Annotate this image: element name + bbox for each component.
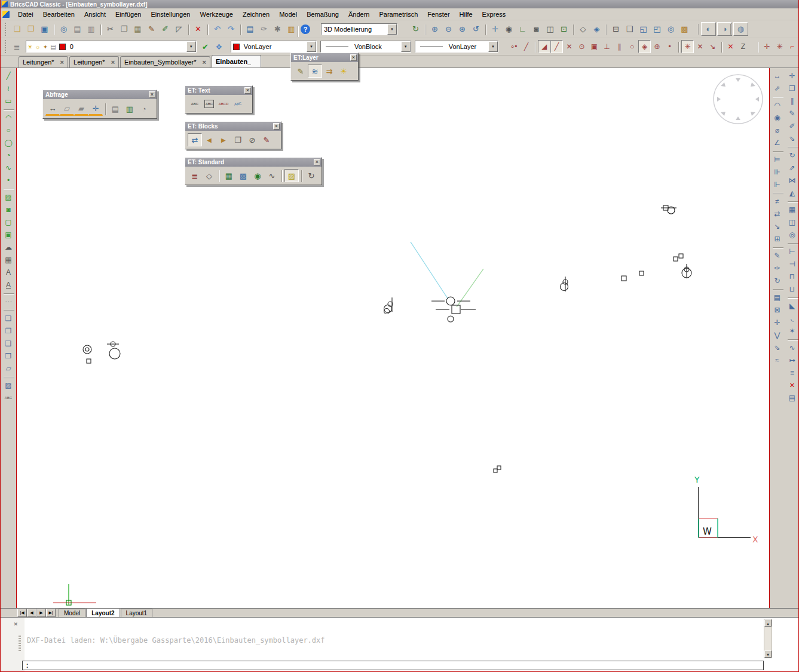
explode-text-icon[interactable]: ABCD xyxy=(216,97,231,111)
array-icon[interactable]: ▦ xyxy=(786,203,799,216)
new-file-icon[interactable]: ❏ xyxy=(10,23,24,36)
menu-item[interactable]: Einfügen xyxy=(111,10,146,19)
esnap-tangent-icon[interactable]: ○ xyxy=(626,40,638,53)
save-icon[interactable]: ▣ xyxy=(38,23,51,36)
block-replace-icon[interactable]: ⇄ xyxy=(188,133,202,146)
command-scrollbar[interactable]: ▲ ▼ xyxy=(764,619,772,658)
brush-icon[interactable]: ✎ xyxy=(786,107,799,119)
paper-model-icon[interactable]: ◰ xyxy=(650,23,664,36)
web-publish-icon[interactable]: ◉ xyxy=(250,169,265,182)
fillet-icon[interactable]: ◟ xyxy=(786,312,799,324)
dim-style-icon[interactable]: ▤ xyxy=(771,291,784,303)
boundary-icon[interactable]: ▢ xyxy=(2,216,15,228)
rotate-icon[interactable]: ↻ xyxy=(786,149,799,161)
blocks-panel-icon[interactable]: ▩ xyxy=(678,23,691,36)
move-icon[interactable]: ✛ xyxy=(786,69,799,82)
esnap-apparent-icon[interactable]: ✕ xyxy=(694,40,706,53)
zoom-in-icon[interactable]: ⊕ xyxy=(428,23,442,36)
spline-icon[interactable]: ∿ xyxy=(2,161,15,174)
palette-titlebar[interactable]: ET:Layer × xyxy=(291,53,358,62)
visual-style-icon[interactable]: ◈ xyxy=(590,23,604,36)
dim-edit-icon[interactable]: ✎ xyxy=(771,249,784,262)
tab-close-icon[interactable]: × xyxy=(111,59,115,66)
draworder-under-icon[interactable]: ❒ xyxy=(2,349,15,362)
draworder-back-icon[interactable]: ❐ xyxy=(2,324,15,337)
tab-close-icon[interactable]: × xyxy=(203,59,206,66)
esnap-from-icon[interactable]: ╱ xyxy=(520,40,532,53)
rectangle-icon[interactable]: ▭ xyxy=(2,94,15,107)
document-tab[interactable]: Einbauten_Symbollayer* × xyxy=(120,56,210,67)
realtime-view-icon[interactable]: ◉ xyxy=(502,23,516,36)
chamfer-icon[interactable]: ◣ xyxy=(786,299,799,312)
copy-nested-icon[interactable]: ❐ xyxy=(231,133,245,146)
layer-panel-icon[interactable]: ≣ xyxy=(10,40,24,53)
settings-icon[interactable]: ✱ xyxy=(271,23,284,36)
hatch-background-icon[interactable]: ▨ xyxy=(2,379,15,391)
next-layout-button[interactable]: ▶ xyxy=(36,609,46,617)
id-coordinates-icon[interactable]: ✛ xyxy=(88,102,103,116)
chevron-down-icon[interactable]: ▼ xyxy=(186,41,196,52)
shade-2d-icon[interactable]: ◐ xyxy=(701,22,716,36)
symbol-fitting-center[interactable] xyxy=(431,297,476,322)
copy-icon[interactable]: ❐ xyxy=(117,23,131,36)
menu-item[interactable]: Zeichnen xyxy=(238,10,274,19)
first-layout-button[interactable]: |◀ xyxy=(17,609,27,617)
command-input[interactable] xyxy=(23,661,763,670)
point-icon[interactable]: • xyxy=(2,174,15,186)
tolerance-icon[interactable]: ⊞ xyxy=(771,232,784,245)
linetype-select[interactable]: VonBlock ▼ xyxy=(320,41,411,53)
menu-item[interactable]: Express xyxy=(477,10,511,19)
layer-state-icon[interactable]: ✔ xyxy=(198,40,212,53)
scale-icon[interactable]: ⇗ xyxy=(786,161,799,174)
window-tile-icon[interactable]: ⊟ xyxy=(609,23,623,36)
symbol-cluster-left[interactable] xyxy=(83,342,120,363)
flatten-icon[interactable]: ▨ xyxy=(284,169,299,182)
dim-ordinate-icon[interactable]: ⊩ xyxy=(771,178,784,191)
menu-item[interactable]: Werkzeuge xyxy=(195,10,237,19)
layer-match-icon[interactable]: ⇉ xyxy=(322,65,336,78)
esnap-perpendicular-icon[interactable]: ⊥ xyxy=(601,40,613,53)
menu-item[interactable]: Einstellungen xyxy=(146,10,195,19)
document-tab[interactable]: Leitungen* × xyxy=(19,56,68,67)
esnap-endpoint-icon[interactable]: ◢ xyxy=(538,40,550,53)
zoom-previous-icon[interactable]: ↺ xyxy=(469,23,483,36)
dim-update-icon[interactable]: ↻ xyxy=(771,274,784,287)
drawing-canvas-area[interactable]: Y X W xyxy=(17,68,769,608)
menu-item[interactable]: Fenster xyxy=(423,10,454,19)
layout-tab[interactable]: Model xyxy=(59,609,85,617)
palette-titlebar[interactable]: ET: Blocks × xyxy=(185,122,281,131)
palette-titlebar[interactable]: ET: Text × xyxy=(185,86,252,95)
dim-qleader-icon[interactable]: ⇘ xyxy=(771,341,784,354)
menu-item[interactable]: Hilfe xyxy=(455,10,477,19)
lengthen-icon[interactable]: ↦ xyxy=(786,354,799,366)
time-icon[interactable]: ◔ xyxy=(137,102,151,115)
offset-icon[interactable]: ∥ xyxy=(786,94,799,107)
tab-close-icon[interactable]: × xyxy=(60,59,64,66)
area-icon[interactable]: ▱ xyxy=(60,102,74,116)
symbol-cluster-right[interactable] xyxy=(561,205,692,291)
mirror-3d-icon[interactable]: ◭ xyxy=(786,186,799,199)
block-export-icon[interactable]: ◄ xyxy=(202,133,216,146)
stretch-icon[interactable]: ⇘ xyxy=(786,132,799,145)
move-copy-rotate-icon[interactable]: ◇ xyxy=(202,169,216,182)
menu-item[interactable]: Ändern xyxy=(344,10,374,19)
menu-item[interactable]: Datei xyxy=(13,10,38,19)
esnap-intersection-icon[interactable]: ✳ xyxy=(681,40,694,53)
layer-new-icon[interactable]: ❖ xyxy=(212,40,226,53)
join-icon[interactable]: ⊔ xyxy=(786,283,799,295)
snap-marker-icon[interactable]: ✛ xyxy=(761,40,773,53)
zoom-out-icon[interactable]: ⊖ xyxy=(442,23,455,36)
layout-tab[interactable]: Layout1 xyxy=(121,609,153,617)
list-entity-icon[interactable]: ▤ xyxy=(108,102,123,115)
esnap-parallel-icon[interactable]: ∥ xyxy=(613,40,626,53)
cut-icon[interactable]: ✂ xyxy=(103,23,117,36)
dim-diameter-icon[interactable]: ⌀ xyxy=(771,124,784,136)
text-to-front-icon[interactable]: ABC xyxy=(2,391,15,404)
attach-icon[interactable]: ✑ xyxy=(257,23,271,36)
shade-full-icon[interactable]: ◍ xyxy=(733,22,748,36)
table-icon[interactable]: ▦ xyxy=(2,253,15,266)
esnap-none-icon[interactable]: ✕ xyxy=(724,40,737,53)
dim-linear-icon[interactable]: ↔ xyxy=(771,69,784,82)
block-import-icon[interactable]: ► xyxy=(216,133,231,146)
ucs-axis-icon[interactable]: ∟ xyxy=(516,23,529,36)
